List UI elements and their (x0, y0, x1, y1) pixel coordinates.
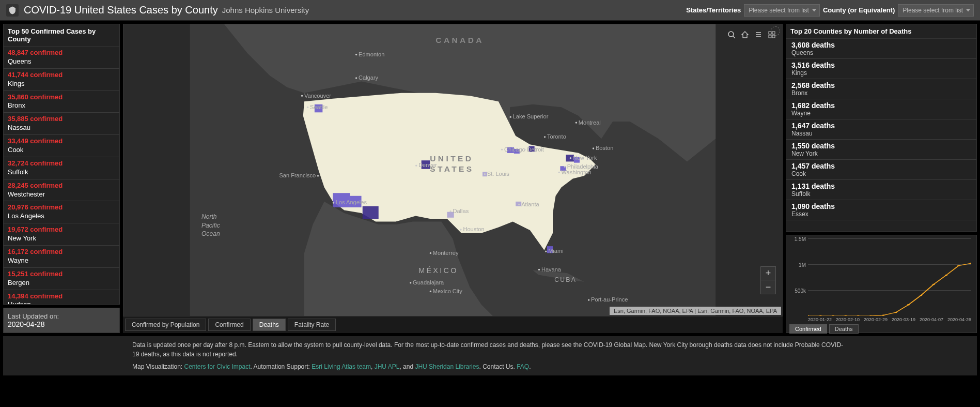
map-panel[interactable]: CANADA UNITED STATES MÉXICO CUBA North P… (123, 24, 783, 316)
home-icon[interactable] (739, 28, 751, 41)
death-label: Nassau (791, 130, 971, 137)
case-label: Nassau (8, 124, 115, 132)
svg-rect-2 (350, 196, 361, 207)
svg-rect-83 (769, 35, 771, 38)
link-esri[interactable]: Esri Living Atlas team (312, 363, 371, 370)
map-tab-deaths[interactable]: Deaths (253, 319, 286, 331)
death-label: Essex (791, 210, 971, 218)
svg-rect-81 (769, 32, 771, 34)
link-faq[interactable]: FAQ (517, 363, 529, 370)
death-item[interactable]: 1,131 deathsSuffolk (786, 180, 976, 200)
svg-point-51 (524, 149, 525, 150)
list-icon[interactable] (752, 28, 765, 41)
case-label: Bronx (8, 101, 115, 110)
death-item[interactable]: 2,568 deathsBronx (786, 79, 976, 99)
svg-point-47 (518, 204, 520, 205)
case-item[interactable]: 20,976 confirmedLos Angeles (4, 201, 119, 223)
updated-date: 2020-04-28 (8, 320, 115, 328)
link-civic-impact[interactable]: Centers for Civic Impact (184, 363, 251, 370)
svg-point-96 (945, 275, 947, 276)
county-dropdown[interactable]: Please select from list (898, 4, 974, 17)
chart-area[interactable]: 500k1M1.5M (808, 238, 971, 316)
footer: Data is updated once per day after 8 p.m… (3, 336, 977, 375)
svg-point-39 (449, 210, 451, 212)
svg-point-95 (932, 284, 935, 285)
death-item[interactable]: 1,647 deathsNassau (786, 119, 976, 140)
link-sheridan[interactable]: JHU Sheridan Libraries (415, 363, 479, 370)
death-item[interactable]: 1,090 deathsEssex (786, 200, 976, 220)
case-label: Hudson (8, 300, 115, 305)
map-tab-fatality-rate[interactable]: Fatality Rate (288, 319, 336, 331)
svg-rect-12 (547, 246, 553, 253)
search-icon[interactable] (725, 28, 738, 41)
case-label: Queens (8, 57, 115, 66)
zoom-out-button[interactable]: − (761, 280, 775, 294)
death-label: Queens (791, 49, 971, 56)
svg-point-63 (558, 172, 560, 173)
zoom-in-button[interactable]: + (761, 267, 775, 280)
svg-point-49 (545, 250, 547, 252)
svg-point-25 (355, 54, 357, 55)
case-item[interactable]: 19,672 confirmedNew York (4, 223, 119, 246)
svg-rect-82 (772, 32, 775, 34)
case-item[interactable]: 14,394 confirmedHudson (4, 290, 119, 305)
svg-point-59 (570, 157, 571, 159)
header-bar: COVID-19 United States Cases by County J… (0, 0, 980, 21)
case-item[interactable]: 33,449 confirmedCook (4, 135, 119, 157)
svg-rect-4 (315, 104, 322, 112)
states-dropdown[interactable]: Please select from list (744, 4, 820, 17)
chart-tab-confirmed[interactable]: Confirmed (789, 324, 827, 334)
case-label: Kings (8, 80, 115, 88)
page-subtitle: Johns Hopkins University (222, 6, 309, 14)
deaths-title: Top 20 Counties by Number of Deaths (786, 24, 976, 39)
link-apl[interactable]: JHU APL (375, 363, 400, 370)
case-item[interactable]: 28,245 confirmedWestchester (4, 179, 119, 202)
case-value: 28,245 confirmed (8, 182, 115, 190)
death-item[interactable]: 1,457 deathsCook (786, 160, 976, 180)
svg-point-37 (415, 164, 417, 166)
case-label: Wayne (8, 257, 115, 265)
deaths-panel: Top 20 Counties by Number of Deaths 3,60… (786, 24, 977, 232)
case-value: 15,251 confirmed (8, 270, 115, 279)
death-item[interactable]: 1,682 deathsWayne (786, 99, 976, 119)
case-item[interactable]: 41,744 confirmedKings (4, 69, 119, 91)
case-item[interactable]: 35,860 confirmedBronx (4, 91, 119, 113)
case-label: Cook (8, 146, 115, 155)
death-value: 1,647 deaths (791, 122, 971, 130)
svg-point-29 (301, 95, 303, 97)
confirmed-cases-panel: Top 50 Confirmed Cases by County 48,847 … (3, 24, 120, 305)
svg-point-88 (844, 315, 847, 316)
case-value: 35,860 confirmed (8, 93, 115, 102)
map-attribution: Esri, Garmin, FAO, NOAA, EPA | Esri, Gar… (610, 307, 781, 315)
case-value: 33,449 confirmed (8, 137, 115, 146)
svg-point-33 (317, 175, 319, 176)
us-map[interactable]: CANADA UNITED STATES MÉXICO CUBA North P… (123, 24, 782, 316)
case-item[interactable]: 32,724 confirmedSuffolk (4, 157, 119, 179)
svg-point-41 (460, 229, 461, 230)
svg-point-31 (307, 107, 308, 108)
chart-panel: 500k1M1.5M 2020-01-222020-02-102020-02-2… (786, 235, 977, 333)
zoom-controls: + − (760, 266, 776, 294)
death-label: New York (791, 150, 971, 157)
svg-text:UNITED: UNITED (430, 154, 473, 163)
case-item[interactable]: 15,251 confirmedBergen (4, 268, 119, 290)
case-item[interactable]: 35,885 confirmedNassau (4, 113, 119, 135)
svg-point-35 (333, 202, 334, 203)
death-item[interactable]: 3,516 deathsKings (786, 59, 976, 79)
svg-point-67 (430, 252, 431, 254)
death-item[interactable]: 1,550 deathsNew York (786, 140, 976, 160)
death-item[interactable]: 3,608 deathsQueens (786, 39, 976, 59)
map-tab-confirmed-by-population[interactable]: Confirmed by Population (125, 319, 206, 331)
death-label: Kings (791, 69, 971, 77)
death-label: Bronx (791, 89, 971, 97)
case-label: Bergen (8, 279, 115, 288)
chart-tab-deaths[interactable]: Deaths (829, 324, 859, 334)
death-value: 1,682 deaths (791, 101, 971, 110)
case-item[interactable]: 16,172 confirmedWayne (4, 246, 119, 268)
death-value: 1,131 deaths (791, 182, 971, 190)
map-tab-confirmed[interactable]: Confirmed (208, 319, 250, 331)
case-item[interactable]: 48,847 confirmedQueens (4, 47, 119, 69)
svg-point-73 (538, 269, 540, 270)
basemap-icon[interactable] (766, 28, 778, 41)
svg-point-53 (544, 136, 546, 138)
